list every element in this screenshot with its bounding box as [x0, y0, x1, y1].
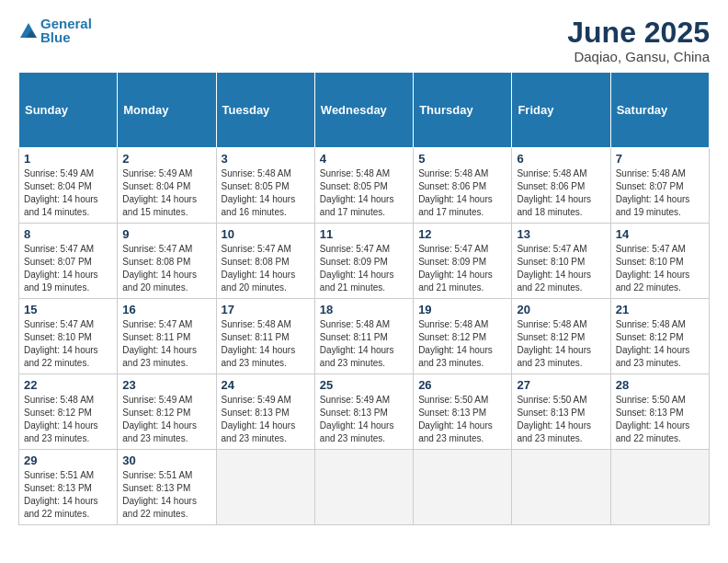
day-info: Sunrise: 5:47 AM Sunset: 8:10 PM Dayligh… [616, 243, 704, 294]
table-row: 27Sunrise: 5:50 AM Sunset: 8:13 PM Dayli… [512, 374, 610, 450]
day-info: Sunrise: 5:48 AM Sunset: 8:12 PM Dayligh… [517, 318, 605, 370]
title-block: June 2025 Daqiao, Gansu, China [567, 17, 710, 64]
col-wednesday: Wednesday [314, 73, 413, 148]
col-friday: Friday [512, 73, 610, 148]
day-info: Sunrise: 5:47 AM Sunset: 8:10 PM Dayligh… [24, 318, 112, 370]
day-info: Sunrise: 5:48 AM Sunset: 8:05 PM Dayligh… [222, 167, 310, 219]
table-row: 9Sunrise: 5:47 AM Sunset: 8:08 PM Daylig… [118, 224, 216, 299]
table-row: 24Sunrise: 5:49 AM Sunset: 8:13 PM Dayli… [216, 374, 314, 450]
calendar-page: General Blue June 2025 Daqiao, Gansu, Ch… [0, 0, 728, 563]
day-info: Sunrise: 5:48 AM Sunset: 8:11 PM Dayligh… [222, 318, 310, 370]
day-info: Sunrise: 5:48 AM Sunset: 8:06 PM Dayligh… [418, 167, 506, 219]
day-number: 2 [122, 152, 210, 166]
table-row: 20Sunrise: 5:48 AM Sunset: 8:12 PM Dayli… [512, 299, 610, 374]
table-row [414, 450, 512, 525]
day-number: 27 [517, 378, 605, 392]
table-row: 22Sunrise: 5:48 AM Sunset: 8:12 PM Dayli… [19, 374, 118, 450]
day-number: 30 [122, 454, 210, 467]
day-number: 10 [222, 227, 310, 241]
day-number: 7 [616, 152, 704, 166]
table-row: 5Sunrise: 5:48 AM Sunset: 8:06 PM Daylig… [414, 148, 512, 224]
day-number: 15 [24, 303, 112, 316]
calendar-week-3: 15Sunrise: 5:47 AM Sunset: 8:10 PM Dayli… [19, 299, 710, 374]
col-monday: Monday [118, 73, 216, 148]
table-row: 21Sunrise: 5:48 AM Sunset: 8:12 PM Dayli… [610, 299, 709, 374]
day-info: Sunrise: 5:51 AM Sunset: 8:13 PM Dayligh… [122, 469, 210, 521]
calendar-week-1: 1Sunrise: 5:49 AM Sunset: 8:04 PM Daylig… [19, 148, 710, 224]
calendar-week-5: 29Sunrise: 5:51 AM Sunset: 8:13 PM Dayli… [19, 450, 710, 525]
day-info: Sunrise: 5:49 AM Sunset: 8:04 PM Dayligh… [24, 167, 112, 219]
day-number: 29 [24, 454, 112, 467]
table-row: 13Sunrise: 5:47 AM Sunset: 8:10 PM Dayli… [512, 224, 610, 299]
col-saturday: Saturday [610, 73, 709, 148]
table-row: 28Sunrise: 5:50 AM Sunset: 8:13 PM Dayli… [610, 374, 709, 450]
table-row: 6Sunrise: 5:48 AM Sunset: 8:06 PM Daylig… [512, 148, 610, 224]
day-number: 11 [320, 227, 408, 241]
day-number: 28 [616, 378, 704, 392]
table-row: 19Sunrise: 5:48 AM Sunset: 8:12 PM Dayli… [414, 299, 512, 374]
day-number: 19 [418, 303, 506, 316]
table-row: 17Sunrise: 5:48 AM Sunset: 8:11 PM Dayli… [216, 299, 314, 374]
table-row: 11Sunrise: 5:47 AM Sunset: 8:09 PM Dayli… [314, 224, 413, 299]
table-row [610, 450, 709, 525]
table-row: 16Sunrise: 5:47 AM Sunset: 8:11 PM Dayli… [118, 299, 216, 374]
table-row: 29Sunrise: 5:51 AM Sunset: 8:13 PM Dayli… [19, 450, 118, 525]
table-row: 8Sunrise: 5:47 AM Sunset: 8:07 PM Daylig… [19, 224, 118, 299]
day-number: 1 [24, 152, 112, 166]
calendar-week-4: 22Sunrise: 5:48 AM Sunset: 8:12 PM Dayli… [19, 374, 710, 450]
day-number: 3 [222, 152, 310, 166]
table-row: 25Sunrise: 5:49 AM Sunset: 8:13 PM Dayli… [314, 374, 413, 450]
day-number: 21 [616, 303, 704, 316]
table-row: 12Sunrise: 5:47 AM Sunset: 8:09 PM Dayli… [414, 224, 512, 299]
day-info: Sunrise: 5:50 AM Sunset: 8:13 PM Dayligh… [616, 394, 704, 445]
logo: General Blue [18, 17, 92, 45]
day-number: 23 [122, 378, 210, 392]
table-row: 4Sunrise: 5:48 AM Sunset: 8:05 PM Daylig… [314, 148, 413, 224]
day-number: 18 [320, 303, 408, 316]
day-info: Sunrise: 5:49 AM Sunset: 8:04 PM Dayligh… [122, 167, 210, 219]
day-number: 13 [517, 227, 605, 241]
day-number: 20 [517, 303, 605, 316]
calendar-week-2: 8Sunrise: 5:47 AM Sunset: 8:07 PM Daylig… [19, 224, 710, 299]
table-row: 26Sunrise: 5:50 AM Sunset: 8:13 PM Dayli… [414, 374, 512, 450]
table-row: 3Sunrise: 5:48 AM Sunset: 8:05 PM Daylig… [216, 148, 314, 224]
calendar-subtitle: Daqiao, Gansu, China [567, 49, 710, 64]
col-sunday: Sunday [19, 73, 118, 148]
day-info: Sunrise: 5:50 AM Sunset: 8:13 PM Dayligh… [418, 394, 506, 445]
day-info: Sunrise: 5:47 AM Sunset: 8:08 PM Dayligh… [122, 243, 210, 294]
table-row: 18Sunrise: 5:48 AM Sunset: 8:11 PM Dayli… [314, 299, 413, 374]
day-info: Sunrise: 5:47 AM Sunset: 8:07 PM Dayligh… [24, 243, 112, 294]
table-row: 2Sunrise: 5:49 AM Sunset: 8:04 PM Daylig… [118, 148, 216, 224]
table-row [512, 450, 610, 525]
calendar-header-row: Sunday Monday Tuesday Wednesday Thursday… [19, 73, 710, 148]
table-row [216, 450, 314, 525]
day-info: Sunrise: 5:51 AM Sunset: 8:13 PM Dayligh… [24, 469, 112, 521]
day-number: 4 [320, 152, 408, 166]
calendar-title: June 2025 [567, 17, 710, 49]
calendar-table: Sunday Monday Tuesday Wednesday Thursday… [18, 72, 710, 525]
table-row: 1Sunrise: 5:49 AM Sunset: 8:04 PM Daylig… [19, 148, 118, 224]
day-number: 9 [122, 227, 210, 241]
day-number: 17 [222, 303, 310, 316]
day-info: Sunrise: 5:49 AM Sunset: 8:12 PM Dayligh… [122, 394, 210, 445]
table-row: 14Sunrise: 5:47 AM Sunset: 8:10 PM Dayli… [610, 224, 709, 299]
table-row: 30Sunrise: 5:51 AM Sunset: 8:13 PM Dayli… [118, 450, 216, 525]
day-number: 24 [222, 378, 310, 392]
day-info: Sunrise: 5:48 AM Sunset: 8:07 PM Dayligh… [616, 167, 704, 219]
day-info: Sunrise: 5:47 AM Sunset: 8:10 PM Dayligh… [517, 243, 605, 294]
day-number: 6 [517, 152, 605, 166]
day-info: Sunrise: 5:48 AM Sunset: 8:06 PM Dayligh… [517, 167, 605, 219]
day-number: 16 [122, 303, 210, 316]
day-number: 26 [418, 378, 506, 392]
logo-text-line2: Blue [40, 30, 92, 46]
day-number: 25 [320, 378, 408, 392]
day-info: Sunrise: 5:48 AM Sunset: 8:12 PM Dayligh… [616, 318, 704, 370]
day-info: Sunrise: 5:47 AM Sunset: 8:09 PM Dayligh… [320, 243, 408, 294]
day-number: 12 [418, 227, 506, 241]
day-info: Sunrise: 5:49 AM Sunset: 8:13 PM Dayligh… [320, 394, 408, 445]
table-row: 23Sunrise: 5:49 AM Sunset: 8:12 PM Dayli… [118, 374, 216, 450]
header: General Blue June 2025 Daqiao, Gansu, Ch… [18, 17, 710, 64]
day-info: Sunrise: 5:47 AM Sunset: 8:11 PM Dayligh… [122, 318, 210, 370]
table-row: 15Sunrise: 5:47 AM Sunset: 8:10 PM Dayli… [19, 299, 118, 374]
day-info: Sunrise: 5:50 AM Sunset: 8:13 PM Dayligh… [517, 394, 605, 445]
